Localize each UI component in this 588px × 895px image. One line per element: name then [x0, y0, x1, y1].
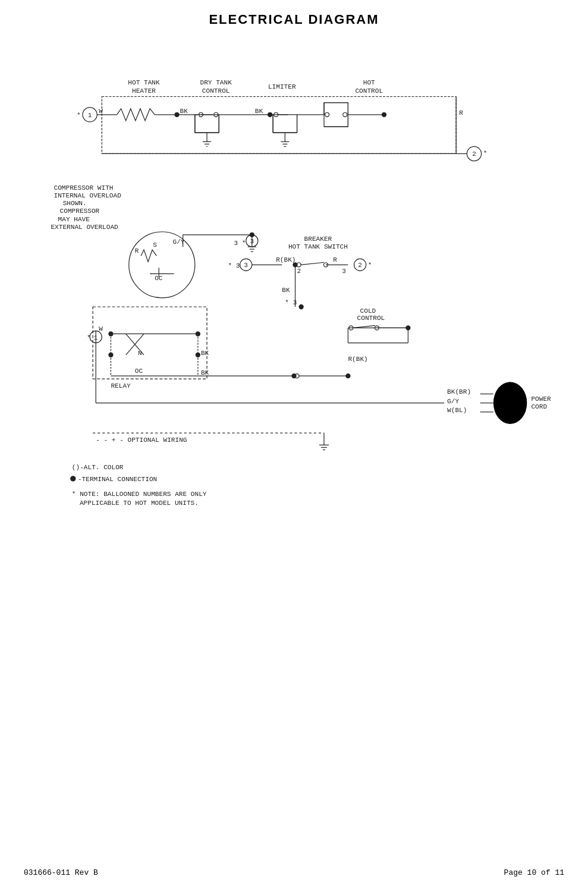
svg-text:EXTERNAL OVERLOAD: EXTERNAL OVERLOAD [51, 224, 118, 231]
svg-point-45 [325, 112, 329, 117]
svg-text:* NOTE: BALLOONED NUMBERS ARE : * NOTE: BALLOONED NUMBERS ARE ONLY [72, 491, 207, 498]
svg-text:R: R [333, 256, 337, 263]
svg-point-50 [382, 112, 386, 117]
svg-text:HOT: HOT [363, 79, 375, 86]
svg-text:3: 3 [244, 262, 248, 269]
svg-text:3 *: 3 * [234, 240, 246, 247]
svg-point-143 [493, 382, 527, 424]
svg-rect-19 [195, 115, 219, 133]
svg-text:APPLICABLE TO HOT MODEL UNITS.: APPLICABLE TO HOT MODEL UNITS. [80, 500, 199, 507]
svg-text:2: 2 [472, 150, 476, 158]
svg-point-128 [196, 353, 200, 357]
svg-point-65 [129, 232, 195, 298]
svg-point-126 [109, 353, 113, 357]
svg-text:*: * [87, 334, 91, 341]
svg-text:CONTROL: CONTROL [357, 315, 385, 322]
svg-text:LIMITER: LIMITER [268, 83, 296, 90]
footer-left: 031666-011 Rev B [24, 868, 98, 877]
svg-text:MAY HAVE: MAY HAVE [58, 216, 90, 223]
svg-text:W(BL): W(BL) [447, 407, 467, 414]
svg-text:*: * [368, 262, 372, 269]
svg-text:RELAY: RELAY [111, 382, 131, 390]
svg-text:*: * [483, 150, 488, 157]
svg-text:BK(BR): BK(BR) [447, 388, 471, 395]
svg-text:BK: BK [255, 108, 263, 115]
electrical-diagram-svg: text { font-family: 'Courier New', Couri… [24, 39, 564, 574]
svg-text:3: 3 [342, 268, 346, 275]
svg-text:BK: BK [201, 369, 209, 376]
svg-point-46 [343, 112, 347, 117]
svg-line-105 [353, 325, 375, 328]
svg-point-156 [71, 476, 76, 481]
svg-text:CONTROL: CONTROL [202, 87, 230, 95]
svg-text:POWER: POWER [531, 395, 551, 403]
svg-text:COMPRESSOR: COMPRESSOR [60, 208, 100, 215]
svg-text:SHOWN.: SHOWN. [63, 200, 87, 207]
svg-text:R: R [135, 247, 139, 255]
page-title: ELECTRICAL DIAGRAM [24, 12, 564, 27]
svg-rect-42 [324, 103, 348, 127]
svg-rect-58 [102, 97, 456, 154]
svg-text:-TERMINAL CONNECTION: -TERMINAL CONNECTION [78, 476, 157, 483]
footer-area: 031666-011 Rev B Page 10 of 11 [24, 868, 564, 877]
svg-text:*: * [77, 112, 81, 119]
svg-text:3: 3 [250, 238, 254, 245]
svg-text:HOT TANK: HOT TANK [128, 79, 160, 86]
svg-text:1: 1 [88, 112, 92, 119]
svg-text:R(BK): R(BK) [348, 356, 367, 363]
svg-text:R: R [459, 109, 463, 117]
svg-text:BREAKER: BREAKER [304, 235, 332, 243]
svg-text:OC: OC [135, 368, 143, 375]
svg-text:* 3: * 3 [228, 262, 240, 269]
svg-text:2: 2 [297, 268, 301, 275]
svg-text:W: W [99, 325, 103, 332]
svg-text:* 3: * 3 [285, 299, 297, 306]
svg-text:- - + - OPTIONAL WIRING: - - + - OPTIONAL WIRING [96, 436, 187, 444]
svg-text:COMPRESSOR WITH: COMPRESSOR WITH [54, 184, 114, 191]
svg-text:HOT TANK SWITCH: HOT TANK SWITCH [288, 243, 348, 250]
svg-text:BK: BK [180, 108, 188, 115]
svg-text:DRY TANK: DRY TANK [200, 79, 232, 86]
svg-text:BK: BK [282, 287, 290, 294]
svg-text:CORD: CORD [531, 403, 547, 410]
page-container: ELECTRICAL DIAGRAM text { font-family: '… [0, 0, 588, 895]
svg-rect-113 [93, 307, 207, 379]
diagram-area: text { font-family: 'Courier New', Couri… [24, 39, 564, 574]
svg-text:BK: BK [201, 350, 209, 357]
svg-rect-33 [273, 115, 297, 133]
svg-text:W: W [99, 108, 103, 115]
svg-text:CONTROL: CONTROL [355, 87, 383, 95]
svg-point-127 [196, 332, 200, 336]
svg-text:HEATER: HEATER [132, 87, 156, 95]
svg-text:2: 2 [358, 262, 362, 269]
footer-right: Page 10 of 11 [504, 868, 564, 877]
svg-text:R(BK): R(BK) [276, 256, 295, 263]
svg-text:INTERNAL OVERLOAD: INTERNAL OVERLOAD [54, 192, 122, 199]
svg-text:G/Y: G/Y [447, 398, 459, 405]
svg-point-100 [299, 304, 303, 309]
svg-point-125 [109, 332, 113, 336]
svg-point-134 [346, 374, 350, 378]
svg-text:COLD: COLD [360, 307, 376, 315]
svg-text:()-ALT. COLOR: ()-ALT. COLOR [72, 464, 124, 471]
svg-text:S: S [153, 241, 157, 249]
svg-line-88 [301, 262, 324, 265]
